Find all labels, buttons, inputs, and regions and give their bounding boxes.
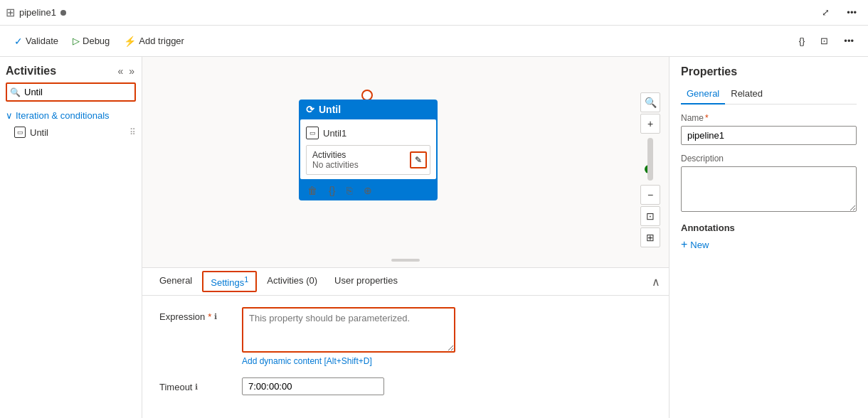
timeout-label: Timeout ℹ (159, 377, 231, 392)
sidebar-collapse-btn1[interactable]: « (116, 64, 125, 78)
canvas-section: ⟳ Until ▭ Until1 Activities No activitie… (142, 57, 669, 418)
properties-body: Name * Description Annotations + New (669, 104, 868, 418)
until-node[interactable]: ⟳ Until ▭ Until1 Activities No activitie… (299, 100, 438, 200)
pipeline-icon: ⊞ (6, 6, 15, 19)
canvas-controls: 🔍 + − ⊡ ⊞ (640, 92, 660, 247)
expression-info-icon[interactable]: ℹ (214, 312, 217, 321)
toolbar-right: {} ⊡ ••• (793, 33, 859, 49)
sidebar-title: Activities (6, 65, 56, 77)
annotations-header: Annotations (681, 223, 857, 233)
until-node-name: ▭ Until1 (306, 124, 430, 145)
canvas-scroll (647, 138, 653, 181)
tab-settings[interactable]: Settings1 (202, 271, 257, 292)
top-bar-right: ⤢ ••• (816, 4, 862, 21)
plus-icon: + (681, 239, 687, 250)
tab-activities[interactable]: Activities (0) (258, 269, 326, 293)
until-header-label: Until (319, 104, 341, 115)
timeout-input[interactable] (242, 377, 384, 395)
until-body-icon: ▭ (306, 127, 319, 139)
bottom-collapse-button[interactable]: ∧ (652, 274, 660, 288)
inner-activities-sub: No activities (312, 160, 424, 170)
expression-required: * (208, 311, 211, 322)
canvas-zoom-out-button[interactable]: − (640, 185, 660, 205)
expression-label: Expression * ℹ (159, 307, 231, 322)
sidebar-collapse-btn2[interactable]: » (127, 64, 136, 78)
description-textarea[interactable] (681, 166, 857, 212)
toolbar-left: ✓ Validate ▷ Debug ⚡ Add trigger (9, 33, 190, 50)
trigger-icon: ⚡ (124, 36, 136, 47)
properties-panel: Properties General Related Name * Descri… (669, 57, 868, 418)
until-node-footer: 🗑 {} ⎘ ⊕ (299, 181, 438, 200)
name-input[interactable] (681, 126, 857, 145)
delete-node-button[interactable]: 🗑 (305, 183, 320, 198)
copy-node-button[interactable]: ⎘ (344, 183, 355, 198)
inner-activities-label: Activities (312, 150, 424, 160)
toolbar: ✓ Validate ▷ Debug ⚡ Add trigger {} ⊡ ••… (0, 26, 868, 57)
topbar-more-button[interactable]: ••• (841, 4, 862, 21)
name-label: Name * (681, 113, 857, 123)
add-trigger-button[interactable]: ⚡ Add trigger (118, 33, 190, 50)
properties-tab-related[interactable]: Related (725, 84, 768, 104)
pipeline-name: pipeline1 (19, 7, 56, 18)
new-annotation-button[interactable]: + New (681, 239, 709, 250)
toolbar-more-button[interactable]: ••• (838, 33, 859, 49)
top-bar-left: ⊞ pipeline1 (6, 6, 66, 19)
code-node-button[interactable]: {} (326, 183, 338, 198)
tab-general[interactable]: General (151, 269, 201, 293)
debug-icon: ▷ (73, 36, 80, 46)
expression-row: Expression * ℹ Add dynamic content [Alt+… (159, 307, 652, 366)
expression-control: Add dynamic content [Alt+Shift+D] (242, 307, 455, 366)
description-label: Description (681, 154, 857, 164)
until-node-body: ▭ Until1 Activities No activities ✎ (300, 119, 436, 179)
until-icon: ▭ (14, 127, 26, 138)
sidebar-header-icons: « » (116, 64, 136, 78)
main-layout: Activities « » 🔍 ∨ Iteration & condition… (0, 57, 868, 418)
sidebar: Activities « » 🔍 ∨ Iteration & condition… (0, 57, 142, 418)
timeout-info-icon[interactable]: ℹ (195, 382, 198, 392)
canvas-search-button[interactable]: 🔍 (640, 92, 660, 112)
category-chevron: ∨ (6, 110, 13, 121)
validate-icon: ✓ (14, 36, 23, 47)
validate-button[interactable]: ✓ Validate (9, 33, 64, 50)
dynamic-content-link[interactable]: Add dynamic content [Alt+Shift+D] (242, 356, 455, 366)
until-header-icon: ⟳ (306, 104, 314, 115)
canvas-expand-button[interactable]: ⊞ (640, 227, 660, 247)
bottom-panel: General Settings1 Activities (0) User pr… (142, 267, 669, 418)
minimap-scrollbar (391, 259, 420, 262)
annotations-section: Annotations + New (681, 223, 857, 250)
search-box: 🔍 (6, 82, 136, 102)
timeout-row: Timeout ℹ (159, 377, 652, 395)
modified-indicator (60, 10, 66, 16)
canvas-zoom-in-button[interactable]: + (640, 114, 660, 134)
connect-node-button[interactable]: ⊕ (361, 183, 375, 198)
code-view-button[interactable]: {} (793, 33, 811, 49)
edit-activities-button[interactable]: ✎ (410, 151, 427, 168)
bottom-content: Expression * ℹ Add dynamic content [Alt+… (142, 296, 669, 418)
drag-handle[interactable]: ⠿ (129, 127, 136, 137)
tab-user-properties[interactable]: User properties (326, 269, 406, 293)
until-node-header: ⟳ Until (299, 100, 438, 119)
top-bar: ⊞ pipeline1 ⤢ ••• (0, 0, 868, 26)
sidebar-header: Activities « » (0, 57, 142, 82)
debug-button[interactable]: ▷ Debug (67, 33, 115, 49)
properties-tabs: General Related (681, 84, 857, 104)
properties-title: Properties (669, 57, 868, 78)
search-input[interactable] (6, 82, 136, 102)
until-label: Until (30, 127, 48, 138)
expression-textarea[interactable] (242, 307, 455, 353)
until-inner-box: Activities No activities ✎ (306, 145, 430, 175)
bottom-tabs: General Settings1 Activities (0) User pr… (142, 268, 669, 296)
timeout-control (242, 377, 455, 395)
canvas-fit-button[interactable]: ⊡ (640, 206, 660, 226)
properties-tab-general[interactable]: General (681, 84, 725, 104)
sidebar-item-until[interactable]: ▭ Until ⠿ (0, 124, 142, 141)
category-label: Iteration & conditionals (16, 110, 110, 121)
sidebar-category-iteration[interactable]: ∨ Iteration & conditionals (0, 107, 142, 124)
monitor-button[interactable]: ⊡ (815, 33, 834, 49)
canvas[interactable]: ⟳ Until ▭ Until1 Activities No activitie… (142, 57, 669, 267)
expand-button[interactable]: ⤢ (816, 4, 835, 21)
